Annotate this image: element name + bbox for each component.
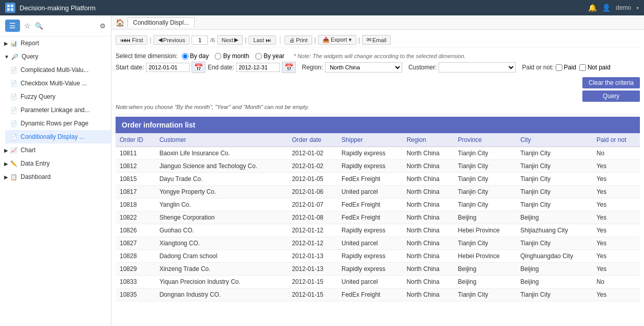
by-year-radio[interactable]	[255, 53, 262, 60]
paid-options: Paid Not paid	[556, 64, 611, 71]
page-number-input[interactable]: 1	[192, 35, 208, 45]
by-day-option[interactable]: By day	[182, 52, 209, 60]
clear-criteria-button[interactable]: Clear the criteria	[582, 77, 640, 88]
col-region: Region	[403, 133, 454, 147]
breadcrumb-home-icon[interactable]: 🏠	[116, 19, 124, 27]
cell-3: FedEx Freight	[337, 211, 403, 224]
sidebar-star-icon[interactable]: ☆	[24, 22, 31, 30]
cell-0: 10833	[116, 276, 155, 288]
time-dimension-row: Select time dimension: By day By month	[116, 52, 640, 60]
end-date-label: End date:	[207, 64, 234, 71]
cell-2: 2012-01-15	[288, 276, 337, 288]
main-layout: ☰ ☆ 🔍 ⚙ ▶ 📊 Report ▼ 🔎 Query 📄 Complicat…	[0, 15, 644, 326]
prev-label: Previous	[163, 37, 185, 43]
sidebar-item-dataentry[interactable]: ▶ ✏️ Data Entry	[0, 157, 111, 170]
first-button[interactable]: ⏮ ⏮ First	[116, 35, 147, 45]
sidebar-item-checkbox[interactable]: 📄 Checkbox Multi-Value ...	[5, 77, 111, 90]
cell-0: 10829	[116, 263, 155, 276]
cell-0: 10826	[116, 224, 155, 237]
not-paid-option[interactable]: Not paid	[579, 64, 611, 71]
cell-3: Rapidly express	[337, 147, 403, 160]
sidebar-search-icon[interactable]: 🔍	[35, 22, 43, 30]
cell-7: No	[592, 147, 640, 160]
dashboard-arrow-icon: ▶	[4, 174, 8, 180]
customer-select[interactable]	[439, 62, 516, 73]
filter-note-row: Note:when you choose "By the month", "Ye…	[116, 104, 640, 110]
cell-5: Hebei Province	[454, 224, 517, 237]
sidebar-item-chart[interactable]: ▶ 📈 Chart	[0, 143, 111, 157]
sidebar-item-complicated[interactable]: 📄 Complicated Multi-Valu...	[5, 63, 111, 77]
breadcrumb-tab[interactable]: Conditionally Displ...	[127, 17, 195, 27]
cell-2: 2012-01-13	[288, 250, 337, 263]
email-button[interactable]: ✉ Email	[362, 35, 391, 45]
cell-3: Rapidly express	[337, 250, 403, 263]
by-day-radio[interactable]	[182, 53, 188, 60]
cell-2: 2012-01-07	[288, 198, 337, 211]
print-label: Print	[296, 37, 308, 43]
by-year-label: By year	[263, 52, 285, 60]
user-name[interactable]: demo	[616, 4, 631, 11]
query-button[interactable]: Query	[582, 90, 640, 102]
sidebar-menu-button[interactable]: ☰	[5, 20, 20, 32]
svg-rect-3	[11, 8, 13, 11]
end-date-cal-button[interactable]: 📅	[282, 62, 296, 73]
notification-icon[interactable]: 🔔	[588, 4, 597, 12]
sidebar-item-fuzzy[interactable]: 📄 Fuzzy Query	[5, 90, 111, 103]
print-button[interactable]: 🖨 Print	[285, 35, 312, 45]
paid-option[interactable]: Paid	[556, 64, 576, 71]
nav-divider-1: |	[149, 37, 151, 44]
start-date-input[interactable]	[146, 63, 190, 72]
by-year-option[interactable]: By year	[255, 52, 285, 60]
parameter-label: Parameter Linkage and...	[21, 106, 90, 114]
cell-2: 2012-01-12	[288, 237, 337, 250]
start-date-label: Start date:	[116, 64, 144, 71]
cell-6: Tianjin City	[516, 186, 592, 198]
next-button[interactable]: Next ▶	[217, 35, 243, 45]
cell-2: 2012-01-15	[288, 288, 337, 301]
cell-4: North China	[403, 263, 454, 276]
sidebar-settings-icon[interactable]: ⚙	[100, 22, 106, 30]
print-icon: 🖨	[289, 37, 295, 43]
conditionally-icon: 📄	[10, 134, 17, 140]
nav-divider-3: |	[314, 37, 316, 44]
sidebar-item-conditionally[interactable]: 📄 Conditionally Display ...	[5, 130, 111, 143]
export-button[interactable]: 📤 Export ▾	[318, 35, 356, 45]
sidebar-item-query[interactable]: ▼ 🔎 Query	[0, 50, 111, 63]
start-date-cal-button[interactable]: 📅	[192, 62, 205, 73]
dataentry-label: Data Entry	[21, 160, 50, 167]
not-paid-checkbox[interactable]	[579, 64, 586, 71]
by-month-option[interactable]: By month	[215, 52, 249, 60]
paid-checkbox[interactable]	[556, 64, 562, 71]
topbar: Decision-making Platform 🔔 👤 demo ▾	[0, 0, 644, 15]
filter-action-buttons: Clear the criteria Query	[582, 77, 640, 102]
query-label: Query	[22, 53, 39, 60]
page-total: /6	[210, 37, 215, 43]
user-menu-arrow[interactable]: ▾	[636, 5, 639, 11]
cell-6: Tianjin City	[516, 147, 592, 160]
sidebar-item-dashboard[interactable]: ▶ 📋 Dashboard	[0, 170, 111, 184]
sidebar-item-parameter[interactable]: 📄 Parameter Linkage and...	[5, 103, 111, 117]
cell-1: Yiquan Precision Industry Co.	[155, 276, 288, 288]
region-select[interactable]: North China South China East China West …	[325, 62, 402, 73]
cell-4: North China	[403, 276, 454, 288]
by-month-radio[interactable]	[215, 53, 221, 60]
cell-3: United parcel	[337, 237, 403, 250]
dynamic-label: Dynamic Rows per Page	[21, 120, 88, 127]
time-dimension-note: * Note: The widgets will change accordin…	[294, 53, 466, 59]
cell-0: 10812	[116, 160, 155, 173]
last-button[interactable]: Last ⏭	[249, 35, 276, 45]
not-paid-label-text: Not paid	[588, 64, 611, 71]
cell-5: Tianjin City	[454, 288, 517, 301]
user-avatar[interactable]: 👤	[602, 4, 611, 12]
cell-0: 10827	[116, 237, 155, 250]
sidebar-item-dynamic[interactable]: 📄 Dynamic Rows per Page	[5, 117, 111, 130]
customer-label: Customer:	[408, 64, 437, 71]
parameter-icon: 📄	[10, 107, 17, 114]
cell-7: Yes	[592, 263, 640, 276]
cell-6: Beijing	[516, 263, 592, 276]
previous-button[interactable]: ◀ Previous	[154, 35, 190, 45]
cell-4: North China	[403, 160, 454, 173]
sidebar-item-report[interactable]: ▶ 📊 Report	[0, 37, 111, 50]
cell-1: Dadong Cram school	[155, 250, 288, 263]
end-date-input[interactable]	[236, 63, 280, 72]
